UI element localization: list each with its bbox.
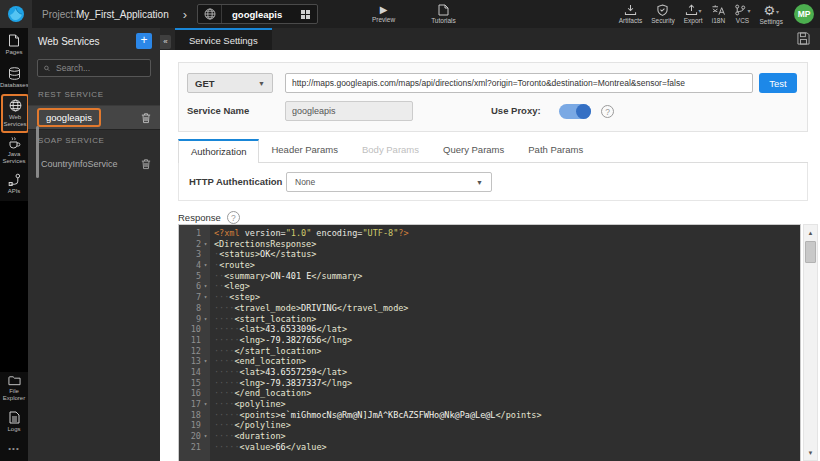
param-tabs: Authorization Header Params Body Params … xyxy=(178,140,808,163)
panel-scrollbar-thumb[interactable] xyxy=(36,126,39,178)
response-label: Response xyxy=(178,212,221,223)
top-bar: Project:My_First_Application › googleapi… xyxy=(0,0,820,28)
line-number: 16 xyxy=(179,388,201,399)
coffee-cup-icon xyxy=(8,136,21,149)
scrollbar-down-arrow[interactable]: ▼ xyxy=(804,446,817,459)
http-authentication-select[interactable]: None ▼ xyxy=(286,172,492,192)
sidebar-item-java-services[interactable]: Java Services xyxy=(0,133,28,168)
sidebar-more-button[interactable]: ••• xyxy=(0,438,28,461)
artifacts-button[interactable]: Artifacts xyxy=(619,4,642,24)
globe-icon xyxy=(9,99,22,112)
delete-trash-icon[interactable] xyxy=(141,158,151,170)
line-number: 12 xyxy=(179,346,201,357)
code-text: ····<travel_mode>DRIVING</travel_mode> xyxy=(210,303,800,314)
code-line: 17▾····<polyline> xyxy=(179,399,800,410)
play-icon: ▶ xyxy=(380,5,388,15)
sidebar-item-file-explorer[interactable]: File Explorer xyxy=(0,372,28,405)
http-authentication-label: HTTP Authentication xyxy=(189,176,282,187)
code-line: 13▾····<end_location> xyxy=(179,356,800,367)
code-text: ····<polyline> xyxy=(210,399,800,410)
user-avatar[interactable]: MP xyxy=(794,4,814,24)
line-number: 11 xyxy=(179,335,201,346)
service-name-input[interactable] xyxy=(285,101,413,121)
web-services-panel: Web Services + REST SERVICE googleapis S… xyxy=(28,28,160,461)
fold-arrow-icon[interactable]: ▾ xyxy=(201,356,210,367)
response-code-editor[interactable]: 1<?xml version="1.0" encoding="UTF-8"?>2… xyxy=(178,224,801,461)
fold-arrow-icon[interactable]: ▾ xyxy=(201,431,210,442)
breadcrumb-chevron-icon: › xyxy=(183,8,187,21)
sidebar-item-logs[interactable]: Logs xyxy=(0,405,28,438)
scrollbar-up-arrow[interactable]: ▲ xyxy=(804,226,817,239)
vcs-chevron-icon: ▾ xyxy=(747,8,750,14)
line-number: 5 xyxy=(179,271,201,282)
i18n-button[interactable]: i18N xyxy=(711,4,725,24)
code-text: ·····<lng>-79.3827656</lng> xyxy=(210,335,800,346)
settings-button[interactable]: ⚙ ▾ Settings xyxy=(760,4,784,25)
code-line: 1<?xml version="1.0" encoding="UTF-8"?> xyxy=(179,228,800,239)
use-proxy-toggle[interactable] xyxy=(559,104,591,119)
tab-body-params[interactable]: Body Params xyxy=(350,139,431,162)
code-line: 10·····<lat>43.6533096</lat> xyxy=(179,324,800,335)
rest-service-item-googleapis[interactable]: googleapis xyxy=(28,105,160,130)
preview-button[interactable]: ▶ Preview xyxy=(372,5,395,23)
tutorials-button[interactable]: Tutorials xyxy=(431,4,456,24)
globe-icon xyxy=(198,5,222,23)
code-text: ·····<value>66</value> xyxy=(210,442,800,453)
sidebar-item-pages[interactable]: Pages xyxy=(0,28,28,61)
sidebar-item-databases[interactable]: Databases xyxy=(0,61,28,94)
toggle-knob xyxy=(576,104,591,119)
folder-icon xyxy=(8,375,21,386)
tab-service-settings[interactable]: Service Settings xyxy=(175,28,272,50)
code-text: ····</polyline> xyxy=(210,420,800,431)
tab-path-params[interactable]: Path Params xyxy=(516,139,595,162)
fold-arrow-icon[interactable]: ▾ xyxy=(201,292,210,303)
save-button[interactable] xyxy=(797,32,810,45)
scrollbar-thumb[interactable] xyxy=(805,241,816,263)
search-input[interactable] xyxy=(54,62,144,74)
code-line: 20▾····<duration> xyxy=(179,431,800,442)
fold-arrow-icon[interactable]: ▾ xyxy=(201,281,210,292)
code-line: 11·····<lng>-79.3827656</lng> xyxy=(179,335,800,346)
line-number: 7 xyxy=(179,292,201,303)
service-search[interactable] xyxy=(37,59,151,77)
delete-trash-icon[interactable] xyxy=(141,112,151,124)
service-selector[interactable]: googleapis xyxy=(197,4,318,24)
vcs-button[interactable]: ▾ VCS xyxy=(734,4,750,24)
tab-authorization[interactable]: Authorization xyxy=(178,139,259,163)
fold-arrow-icon[interactable]: ▾ xyxy=(201,314,210,325)
sidebar-item-apis[interactable]: APIs xyxy=(0,168,28,201)
proxy-help-icon[interactable]: ? xyxy=(601,105,614,118)
tab-header-params[interactable]: Header Params xyxy=(259,139,350,162)
code-text: ·<status>OK</status> xyxy=(210,249,800,260)
wavemaker-logo[interactable] xyxy=(0,0,32,28)
export-button[interactable]: ▾ Export xyxy=(684,4,703,24)
database-icon xyxy=(8,67,21,80)
breadcrumb: Project:My_First_Application xyxy=(42,9,169,20)
security-button[interactable]: Security xyxy=(651,4,674,24)
service-grid-icon[interactable] xyxy=(301,10,310,19)
fold-arrow-icon[interactable]: ▾ xyxy=(201,260,210,271)
page-icon xyxy=(8,34,20,47)
code-text: ···<step> xyxy=(210,292,800,303)
panel-collapse-button[interactable]: « xyxy=(160,35,171,49)
tab-query-params[interactable]: Query Params xyxy=(431,139,516,162)
test-button[interactable]: Test xyxy=(759,73,797,93)
topbar-right: Artifacts Security ▾ Export xyxy=(619,0,814,28)
settings-gear-icon: ⚙ xyxy=(763,4,775,17)
line-number: 10 xyxy=(179,324,201,335)
service-name-label: Service Name xyxy=(187,105,249,116)
http-authentication-value: None xyxy=(295,177,315,187)
topbar-center: ▶ Preview Tutorials xyxy=(372,0,456,28)
chevron-down-icon: ▼ xyxy=(476,179,483,186)
fold-spacer xyxy=(201,335,210,346)
security-shield-icon xyxy=(657,4,668,16)
vertical-scrollbar[interactable]: ▲ ▼ xyxy=(803,224,818,461)
response-help-icon[interactable]: ? xyxy=(227,211,240,224)
fold-arrow-icon[interactable]: ▾ xyxy=(201,239,210,250)
fold-arrow-icon[interactable]: ▾ xyxy=(201,399,210,410)
soap-service-item-countryinfoservice[interactable]: CountryInfoService xyxy=(28,151,160,176)
request-url-input[interactable] xyxy=(285,73,753,93)
sidebar-item-web-services[interactable]: Web Services xyxy=(1,94,29,133)
add-service-button[interactable]: + xyxy=(136,33,152,49)
http-method-select[interactable]: GET ▼ xyxy=(187,73,273,93)
